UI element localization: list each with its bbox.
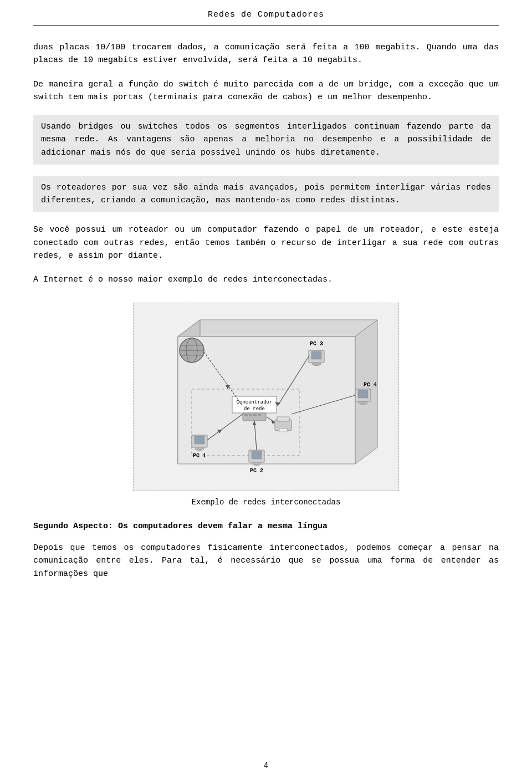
page-title: Redes de Computadores xyxy=(208,10,324,19)
svg-rect-26 xyxy=(254,464,259,466)
svg-text:PC 4: PC 4 xyxy=(364,382,377,388)
figure-container: Concentrador de rede PC 1 xyxy=(33,303,499,509)
paragraph-6-text: A Internet é o nosso maior exemplo de re… xyxy=(33,275,332,284)
svg-rect-20 xyxy=(195,448,204,450)
paragraph-3-highlighted: Usando bridges ou switches todos os segm… xyxy=(33,115,499,165)
svg-rect-29 xyxy=(311,351,321,359)
paragraph-3-text: Usando bridges ou switches todos os segm… xyxy=(41,122,491,157)
svg-rect-19 xyxy=(195,436,204,444)
svg-rect-31 xyxy=(314,365,319,366)
svg-rect-14 xyxy=(244,414,248,416)
page: Redes de Computadores duas placas 10/100… xyxy=(0,0,532,781)
svg-rect-30 xyxy=(312,363,321,365)
paragraph-6: A Internet é o nosso maior exemplo de re… xyxy=(33,273,499,286)
svg-text:PC 3: PC 3 xyxy=(310,341,323,347)
page-header: Redes de Computadores xyxy=(33,0,499,25)
paragraph-5-text: Se você possui um roteador ou um computa… xyxy=(33,225,499,261)
network-svg: Concentrador de rede PC 1 xyxy=(134,303,399,491)
svg-rect-15 xyxy=(249,414,252,416)
svg-rect-24 xyxy=(252,451,262,459)
paragraph-1-text: duas placas 10/100 trocarem dados, a com… xyxy=(33,43,499,65)
page-number: 4 xyxy=(264,761,268,770)
svg-text:PC 2: PC 2 xyxy=(250,468,263,474)
page-number-area: 4 xyxy=(0,761,532,770)
svg-marker-0 xyxy=(178,320,377,336)
paragraph-2-text: De maneira geral a função do switch é mu… xyxy=(33,80,499,102)
svg-text:PC 1: PC 1 xyxy=(193,453,206,459)
figure-caption: Exemplo de redes interconectadas xyxy=(192,497,341,509)
last-paragraph: Depois que temos os computadores fisicam… xyxy=(33,542,499,580)
svg-rect-39 xyxy=(277,417,289,421)
svg-text:de rede: de rede xyxy=(244,406,265,412)
svg-rect-35 xyxy=(359,402,367,404)
svg-rect-40 xyxy=(279,428,287,432)
paragraph-4-text: Os roteadores por sua vez são ainda mais… xyxy=(41,183,491,205)
paragraph-5: Se você possui um roteador ou um computa… xyxy=(33,223,499,262)
main-content: duas placas 10/100 trocarem dados, a com… xyxy=(33,41,499,580)
svg-rect-17 xyxy=(258,414,261,416)
svg-rect-21 xyxy=(197,450,202,451)
section-heading: Segundo Aspecto: Os computadores devem f… xyxy=(33,520,499,533)
paragraph-1: duas placas 10/100 trocarem dados, a com… xyxy=(33,41,499,67)
paragraph-4-highlighted: Os roteadores por sua vez são ainda mais… xyxy=(33,176,499,213)
network-diagram: Concentrador de rede PC 1 xyxy=(133,303,399,491)
svg-rect-34 xyxy=(358,390,368,398)
svg-rect-25 xyxy=(252,463,261,464)
svg-rect-36 xyxy=(360,404,366,405)
svg-rect-16 xyxy=(253,414,257,416)
paragraph-2: De maneira geral a função do switch é mu… xyxy=(33,78,499,104)
